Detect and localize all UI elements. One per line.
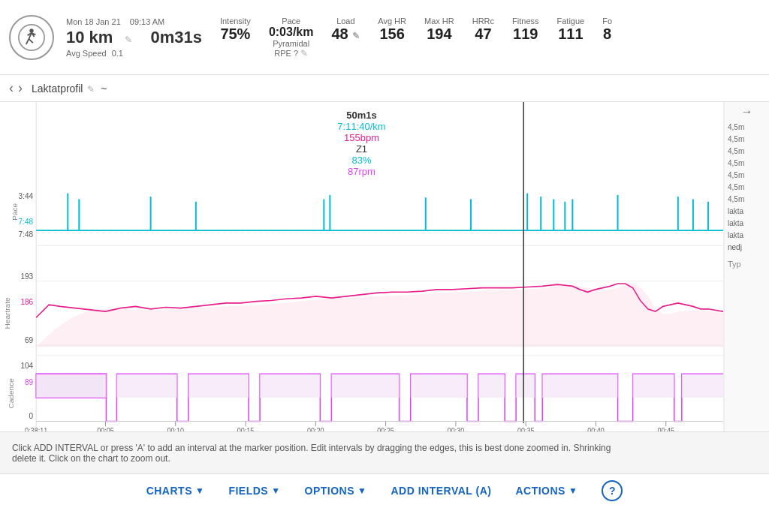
sidebar-item-3: 4,5m <box>728 146 766 158</box>
svg-text:193: 193 <box>20 272 33 281</box>
sidebar-item-5: 4,5m <box>728 170 766 182</box>
load-metric: Load 48 ✎ <box>331 17 360 43</box>
intensity-metric: Intensity 75% <box>220 17 251 43</box>
add-interval-button[interactable]: ADD INTERVAL (A) <box>391 485 491 497</box>
sidebar-item-7: 4,5m <box>728 194 766 206</box>
avg-hr-metric: Avg HR 156 <box>378 17 406 43</box>
forward-arrow[interactable]: › <box>18 80 23 96</box>
sidebar-type: Typ <box>728 260 766 269</box>
options-chevron-icon: ▼ <box>357 485 366 496</box>
svg-text:104: 104 <box>20 360 33 370</box>
edit-nav-icon[interactable]: ✎ <box>87 84 95 95</box>
duration-value: 0m31s <box>150 28 202 47</box>
edit-rpe-icon[interactable]: ✎ <box>300 48 308 59</box>
help-button[interactable]: ? <box>602 480 623 501</box>
options-button[interactable]: OPTIONS ▼ <box>305 485 367 497</box>
actions-chevron-icon: ▼ <box>568 485 578 496</box>
header-info: Mon 18 Jan 21 09:13 AM 10 km ✎ 0m31s Avg… <box>66 17 202 58</box>
back-arrow[interactable]: ‹ <box>9 80 14 96</box>
max-hr-metric: Max HR 194 <box>424 17 454 43</box>
svg-point-0 <box>19 24 44 50</box>
charts-button[interactable]: CHARTS ▼ <box>146 485 205 497</box>
hrrc-metric: HRRc 47 <box>472 17 494 43</box>
info-bar: Click ADD INTERVAL or press 'A' to add a… <box>0 431 769 473</box>
fitness-metric: Fitness 119 <box>512 17 538 43</box>
svg-text:89: 89 <box>25 377 33 387</box>
sidebar-item-4: 4,5m <box>728 158 766 170</box>
svg-text:Heartrate: Heartrate <box>4 297 11 329</box>
svg-text:00:15: 00:15 <box>237 427 255 431</box>
svg-text:00:45: 00:45 <box>657 427 674 431</box>
svg-text:0:38:11: 0:38:11 <box>25 427 47 431</box>
svg-text:00:05: 00:05 <box>97 427 114 431</box>
header: Mon 18 Jan 21 09:13 AM 10 km ✎ 0m31s Avg… <box>0 0 769 75</box>
fields-button[interactable]: FIELDS ▼ <box>228 485 280 497</box>
actions-button[interactable]: ACTIONS ▼ <box>515 485 578 497</box>
chart-svg[interactable]: 3:44 7:48 7:48 Pace 193 186 69 Heartrate… <box>0 102 723 431</box>
main-area: 50m1s 7:11:40/km 155bpm Z1 83% 87rpm 3:4… <box>0 102 769 431</box>
fatigue-metric: Fatigue 111 <box>557 17 585 43</box>
sidebar-item-2: 4,5m <box>728 134 766 146</box>
sidebar-item-6: 4,5m <box>728 182 766 194</box>
fields-chevron-icon: ▼ <box>271 485 280 496</box>
header-stats: 10 km ✎ 0m31s <box>66 28 202 47</box>
svg-point-1 <box>29 29 33 32</box>
edit-load-icon[interactable]: ✎ <box>352 31 360 41</box>
nav-tilde: ~ <box>101 83 107 95</box>
svg-text:0: 0 <box>29 411 34 421</box>
svg-text:00:40: 00:40 <box>587 427 605 431</box>
charts-chevron-icon: ▼ <box>195 485 204 496</box>
svg-text:69: 69 <box>25 335 33 344</box>
sidebar-item-1: 4,5m <box>728 122 766 134</box>
avg-speed: Avg Speed 0.1 <box>66 49 202 58</box>
avatar <box>9 15 54 60</box>
svg-text:Pace: Pace <box>11 203 19 221</box>
svg-text:7:48: 7:48 <box>19 230 34 239</box>
right-sidebar: → 4,5m 4,5m 4,5m 4,5m 4,5m 4,5m 4,5m lak… <box>724 102 769 431</box>
info-text: Click ADD INTERVAL or press 'A' to add a… <box>12 443 611 464</box>
distance-value: 10 km <box>66 28 113 47</box>
bottom-toolbar: CHARTS ▼ FIELDS ▼ OPTIONS ▼ ADD INTERVAL… <box>0 473 769 506</box>
svg-text:3:44: 3:44 <box>19 191 34 201</box>
sidebar-expand-icon[interactable]: → <box>728 105 766 119</box>
sidebar-item-laktat2: lakta <box>728 218 766 230</box>
sidebar-item-laktat3: lakta <box>728 230 766 242</box>
header-date-time: Mon 18 Jan 21 09:13 AM <box>66 17 202 26</box>
svg-text:00:20: 00:20 <box>307 427 324 431</box>
metrics: Intensity 75% Pace 0:03/km Pyramidal RPE… <box>220 17 760 59</box>
sidebar-item-laktat1: lakta <box>728 206 766 218</box>
date-label: Mon 18 Jan 21 <box>66 17 121 26</box>
navbar: ‹ › Laktatprofil ✎ ~ <box>0 75 769 102</box>
svg-text:7:48: 7:48 <box>19 217 34 227</box>
svg-text:186: 186 <box>20 297 33 307</box>
time-label: 09:13 AM <box>130 17 164 26</box>
svg-text:00:25: 00:25 <box>377 427 394 431</box>
svg-text:00:35: 00:35 <box>517 427 535 431</box>
sidebar-item-nedj: nedj <box>728 242 766 254</box>
form-metric: Fo 8 <box>602 17 612 43</box>
pace-metric: Pace 0:03/km Pyramidal RPE ? ✎ <box>269 17 314 59</box>
svg-text:00:10: 00:10 <box>167 427 184 431</box>
chart-wrapper: 50m1s 7:11:40/km 155bpm Z1 83% 87rpm 3:4… <box>0 102 723 431</box>
edit-distance-icon[interactable]: ✎ <box>125 35 132 45</box>
svg-text:00:30: 00:30 <box>448 427 465 431</box>
svg-text:Cadence: Cadence <box>8 378 15 408</box>
chart-container[interactable]: 50m1s 7:11:40/km 155bpm Z1 83% 87rpm 3:4… <box>0 102 724 431</box>
nav-title-text: Laktatprofil <box>32 83 83 95</box>
